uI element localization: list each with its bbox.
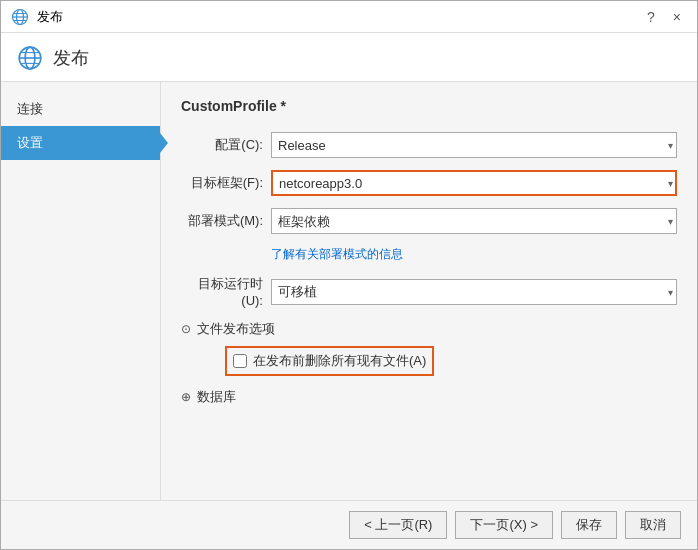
database-title: 数据库 <box>197 388 236 406</box>
publish-dialog: 发布 ? × 发布 连接 设置 CustomProfile <box>0 0 698 550</box>
deploy-mode-row: 部署模式(M): 框架依赖 ▾ <box>181 208 677 234</box>
target-framework-select[interactable]: netcoreapp3.0 <box>271 170 677 196</box>
dialog-title: 发布 <box>37 8 63 26</box>
close-button[interactable]: × <box>667 7 687 27</box>
target-framework-select-wrap: netcoreapp3.0 ▾ <box>271 170 677 196</box>
database-header[interactable]: ⊕ 数据库 <box>181 388 677 406</box>
header-title: 发布 <box>53 46 89 70</box>
database-collapse-icon: ⊕ <box>181 390 191 404</box>
title-bar-left: 发布 <box>11 8 63 26</box>
target-runtime-select[interactable]: 可移植 <box>271 279 677 305</box>
database-section: ⊕ 数据库 <box>181 388 677 406</box>
header-globe-icon <box>17 45 43 71</box>
dialog-header: 发布 <box>1 33 697 82</box>
target-framework-label: 目标框架(F): <box>181 174 271 192</box>
deploy-mode-link[interactable]: 了解有关部署模式的信息 <box>271 246 677 263</box>
target-runtime-label: 目标运行时(U): <box>181 275 271 308</box>
target-framework-row: 目标框架(F): netcoreapp3.0 ▾ <box>181 170 677 196</box>
delete-files-row[interactable]: 在发布前删除所有现有文件(A) <box>225 346 434 376</box>
main-content: CustomProfile * 配置(C): Release ▾ 目标框架(F)… <box>161 82 697 500</box>
config-row: 配置(C): Release ▾ <box>181 132 677 158</box>
help-button[interactable]: ? <box>641 7 661 27</box>
next-button[interactable]: 下一页(X) > <box>455 511 553 539</box>
file-publish-collapse-icon: ⊙ <box>181 322 191 336</box>
file-publish-title: 文件发布选项 <box>197 320 275 338</box>
file-publish-header[interactable]: ⊙ 文件发布选项 <box>181 320 677 338</box>
sidebar: 连接 设置 <box>1 82 161 500</box>
target-runtime-row: 目标运行时(U): 可移植 ▾ <box>181 275 677 308</box>
delete-files-checkbox[interactable] <box>233 354 247 368</box>
globe-icon <box>11 8 29 26</box>
dialog-body: 连接 设置 CustomProfile * 配置(C): Release ▾ <box>1 82 697 500</box>
dialog-footer: < 上一页(R) 下一页(X) > 保存 取消 <box>1 500 697 549</box>
delete-files-label: 在发布前删除所有现有文件(A) <box>253 352 426 370</box>
sidebar-item-connection[interactable]: 连接 <box>1 92 160 126</box>
target-runtime-select-wrap: 可移植 ▾ <box>271 279 677 305</box>
config-select-wrap: Release ▾ <box>271 132 677 158</box>
title-bar: 发布 ? × <box>1 1 697 33</box>
save-button[interactable]: 保存 <box>561 511 617 539</box>
config-select[interactable]: Release <box>271 132 677 158</box>
profile-title: CustomProfile * <box>181 98 677 114</box>
cancel-button[interactable]: 取消 <box>625 511 681 539</box>
title-bar-controls: ? × <box>641 7 687 27</box>
deploy-mode-select[interactable]: 框架依赖 <box>271 208 677 234</box>
sidebar-item-settings[interactable]: 设置 <box>1 126 160 160</box>
file-publish-section: ⊙ 文件发布选项 在发布前删除所有现有文件(A) <box>181 320 677 376</box>
config-label: 配置(C): <box>181 136 271 154</box>
deploy-mode-label: 部署模式(M): <box>181 212 271 230</box>
back-button[interactable]: < 上一页(R) <box>349 511 447 539</box>
file-publish-body: 在发布前删除所有现有文件(A) <box>201 346 677 376</box>
deploy-mode-select-wrap: 框架依赖 ▾ <box>271 208 677 234</box>
